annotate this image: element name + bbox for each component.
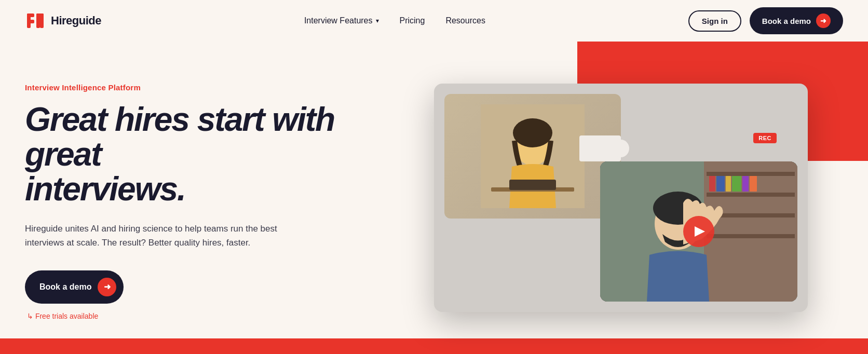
- svg-rect-16: [707, 234, 795, 238]
- nav-interview-features[interactable]: Interview Features ▾: [304, 16, 379, 25]
- book-demo-button-header[interactable]: Book a demo ➜: [750, 7, 843, 34]
- rec-button: REC: [753, 133, 777, 143]
- navigation: Interview Features ▾ Pricing Resources: [304, 16, 485, 25]
- nav-pricing[interactable]: Pricing: [400, 16, 425, 25]
- svg-rect-2: [27, 20, 34, 23]
- arrow-icon-main: ➜: [98, 278, 116, 296]
- video-frame: REC: [434, 84, 808, 312]
- logo-icon: [25, 10, 46, 31]
- free-trial-label: ↳ Free trials available: [27, 312, 370, 320]
- bottom-arc: [569, 281, 600, 296]
- svg-rect-19: [726, 176, 731, 192]
- hero-eyebrow: Interview Intelligence Platform: [25, 83, 370, 92]
- svg-rect-1: [27, 13, 34, 17]
- hero-right: REC: [395, 42, 868, 354]
- play-button[interactable]: [683, 216, 714, 247]
- device-front: [600, 161, 797, 302]
- svg-rect-13: [707, 172, 795, 176]
- logo-text: Hireguide: [51, 14, 101, 28]
- play-triangle-icon: [695, 226, 705, 237]
- svg-rect-22: [750, 176, 757, 192]
- svg-rect-20: [732, 176, 741, 192]
- svg-rect-5: [40, 13, 44, 28]
- puzzle-connector: [579, 135, 621, 161]
- book-demo-button-main[interactable]: Book a demo ➜: [25, 270, 124, 304]
- nav-resources[interactable]: Resources: [445, 16, 485, 25]
- person-figure-1: [481, 104, 585, 208]
- hero-subheadline: Hireguide unites AI and hiring science t…: [25, 222, 305, 250]
- arrow-icon: ➜: [816, 13, 831, 28]
- svg-rect-10: [509, 180, 556, 190]
- svg-rect-21: [742, 176, 749, 192]
- header-actions: Sign in Book a demo ➜: [688, 7, 843, 34]
- svg-point-8: [513, 118, 552, 147]
- hero-headline: Great hires start with great interviews.: [25, 102, 370, 207]
- svg-rect-17: [709, 176, 715, 192]
- logo[interactable]: Hireguide: [25, 10, 101, 31]
- chevron-down-icon: ▾: [376, 17, 379, 24]
- puzzle-notch: [613, 140, 629, 157]
- hero-left: Interview Intelligence Platform Great hi…: [0, 42, 395, 354]
- header: Hireguide Interview Features ▾ Pricing R…: [0, 0, 868, 42]
- svg-rect-18: [716, 176, 725, 192]
- main-content: Interview Intelligence Platform Great hi…: [0, 42, 868, 354]
- signin-button[interactable]: Sign in: [688, 10, 741, 32]
- svg-rect-14: [707, 193, 795, 197]
